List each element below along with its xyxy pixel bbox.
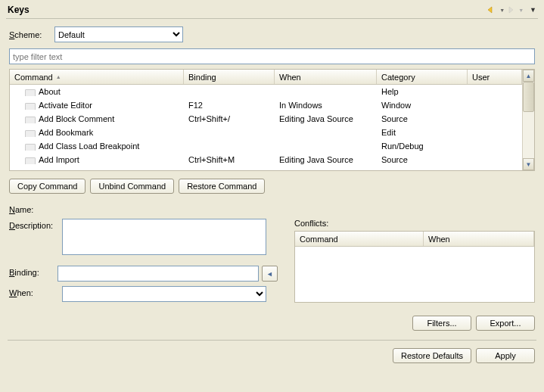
column-header-binding[interactable]: Binding xyxy=(184,70,275,84)
conflicts-label: Conflicts: xyxy=(294,219,535,228)
restore-command-button[interactable]: Restore Command xyxy=(179,179,265,194)
forward-icon[interactable] xyxy=(506,5,517,15)
unbind-command-button[interactable]: Unbind Command xyxy=(90,179,174,194)
binding-helper-button[interactable]: ◄ xyxy=(262,266,278,282)
cell-command: Add Block Comment xyxy=(10,114,184,123)
column-header-when[interactable]: When xyxy=(275,70,377,84)
description-label: Description: xyxy=(9,219,62,230)
copy-command-button[interactable]: Copy Command xyxy=(9,179,85,194)
cell-when: Editing Java Source xyxy=(275,114,377,123)
when-label: When: xyxy=(9,286,62,297)
menu-dropdown-icon[interactable]: ▼ xyxy=(530,6,536,14)
filter-input[interactable] xyxy=(9,48,535,64)
cell-when: Editing Java Source xyxy=(275,155,377,164)
column-header-user[interactable]: User xyxy=(468,70,522,84)
cell-category: Source xyxy=(377,155,468,164)
conflicts-column-command[interactable]: Command xyxy=(295,232,424,246)
cell-category: Help xyxy=(377,87,468,96)
restore-defaults-button[interactable]: Restore Defaults xyxy=(393,348,471,363)
conflicts-table: Command When xyxy=(294,231,535,303)
cell-command: Add Bookmark xyxy=(10,128,184,137)
cell-command: Add Class Load Breakpoint xyxy=(10,142,184,151)
table-row[interactable]: AboutHelp xyxy=(10,85,522,98)
forward-dropdown-icon[interactable]: ▼ xyxy=(518,8,524,13)
name-label: Name: xyxy=(9,203,62,214)
cell-command: Activate Editor xyxy=(10,101,184,110)
cell-binding: F12 xyxy=(184,101,275,110)
cell-command: Add Import xyxy=(10,155,184,164)
column-header-command[interactable]: Command xyxy=(10,70,184,84)
table-row[interactable]: Add Block CommentCtrl+Shift+/Editing Jav… xyxy=(10,112,522,126)
keys-table: Command Binding When Category User About… xyxy=(9,69,535,171)
binding-input[interactable] xyxy=(58,266,259,282)
scroll-up-icon[interactable]: ▲ xyxy=(523,70,534,82)
apply-button[interactable]: Apply xyxy=(476,348,535,363)
scheme-select[interactable]: Default xyxy=(54,26,183,42)
back-icon[interactable] xyxy=(487,5,498,15)
description-field[interactable] xyxy=(62,219,266,255)
scroll-thumb[interactable] xyxy=(523,82,534,112)
cell-when: In Windows xyxy=(275,101,377,110)
cell-command: About xyxy=(10,87,184,96)
column-header-category[interactable]: Category xyxy=(377,70,468,84)
table-row[interactable]: Activate EditorF12In WindowsWindow xyxy=(10,98,522,112)
cell-binding: Ctrl+Shift+/ xyxy=(184,114,275,123)
when-select[interactable] xyxy=(62,286,266,302)
export-button[interactable]: Export... xyxy=(476,316,535,331)
scheme-label: Scheme: xyxy=(9,30,54,39)
cell-category: Run/Debug xyxy=(377,142,468,151)
cell-binding: Ctrl+Shift+M xyxy=(184,155,275,164)
cell-category: Source xyxy=(377,114,468,123)
scrollbar[interactable]: ▲ ▼ xyxy=(522,70,534,170)
page-title: Keys xyxy=(8,5,30,15)
cell-category: Window xyxy=(377,101,468,110)
table-row[interactable]: Add ImportCtrl+Shift+MEditing Java Sourc… xyxy=(10,153,522,166)
binding-label: Binding: xyxy=(9,266,58,277)
nav-icons: ▼ ▼ ▼ xyxy=(487,5,536,15)
conflicts-column-when[interactable]: When xyxy=(424,232,534,246)
cell-category: Edit xyxy=(377,128,468,137)
back-dropdown-icon[interactable]: ▼ xyxy=(499,8,505,13)
filters-button[interactable]: Filters... xyxy=(412,316,471,331)
table-row[interactable]: Add Class Load BreakpointRun/Debug xyxy=(10,139,522,153)
scroll-down-icon[interactable]: ▼ xyxy=(523,158,534,170)
table-row[interactable]: Add BookmarkEdit xyxy=(10,126,522,139)
